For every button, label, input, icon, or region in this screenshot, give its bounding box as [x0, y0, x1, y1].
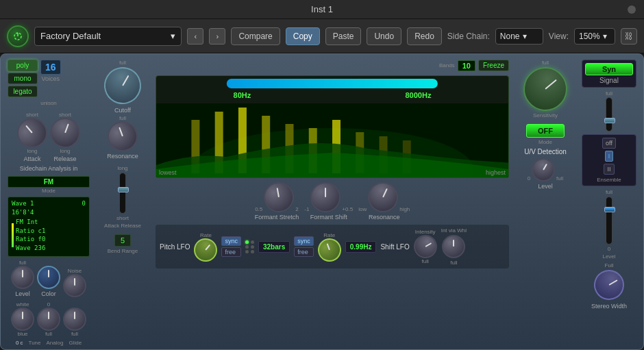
glide-knob[interactable] — [63, 308, 86, 331]
pattern-dot-6[interactable] — [251, 250, 254, 253]
level2-knob[interactable] — [528, 154, 559, 186]
shift-sync-button[interactable]: sync — [294, 236, 314, 246]
cutoff-knob[interactable] — [97, 60, 148, 111]
analog-knob[interactable] — [37, 308, 60, 331]
release-knob[interactable] — [46, 114, 84, 152]
voices-number: 16 — [40, 60, 61, 75]
right-controls: Side Chain: None ▾ View: 150% ▾ ⛓ — [447, 28, 637, 45]
far-right-panel: Syn Signal full off I II Ensemble — [582, 60, 636, 346]
pitch-lfo-bars-value: 32bars — [258, 241, 290, 253]
copy-button[interactable]: Copy — [286, 27, 320, 45]
ensemble-off-button[interactable]: off — [602, 138, 616, 149]
attack-knob[interactable] — [11, 112, 53, 154]
resonance2-knob[interactable] — [363, 177, 403, 217]
release-knob-group: short long Release — [50, 112, 80, 162]
intensity-knob[interactable] — [409, 231, 441, 262]
stereo-width-area: Full Stereo Width — [591, 262, 627, 310]
mode-display: FM — [8, 176, 90, 188]
noise-knob[interactable] — [63, 274, 86, 297]
bend-range-display: 5 — [114, 234, 131, 247]
window-title: Inst 1 — [311, 4, 333, 14]
preset-dropdown[interactable]: Factory Default ▾ — [34, 27, 182, 46]
sensitivity-slider[interactable] — [606, 97, 612, 132]
int-via-whl-knob[interactable] — [442, 235, 465, 258]
compare-button[interactable]: Compare — [231, 27, 280, 45]
resonance-knob[interactable] — [103, 117, 142, 155]
intensity-group: Intensity full — [414, 229, 437, 264]
glide-label: Glide — [69, 340, 82, 346]
redo-button[interactable]: Redo — [407, 27, 442, 45]
power-button[interactable] — [7, 25, 29, 47]
voices-display: 16 Voices — [40, 60, 61, 82]
pattern-selector — [245, 240, 254, 253]
stereo-width-knob[interactable] — [589, 264, 630, 305]
osc-level-bar — [12, 223, 14, 247]
bands-display: 10 — [458, 60, 475, 71]
unison-label: unison — [8, 100, 90, 106]
shift-lfo-hz-value: 0.99Hz — [345, 241, 377, 253]
prev-preset-button[interactable]: ‹ — [187, 28, 203, 45]
pitch-free-button[interactable]: free — [221, 247, 241, 257]
voices-label: Voices — [42, 75, 60, 82]
spectrum-lowest-label: lowest — [159, 169, 177, 176]
pattern-dot-4[interactable] — [251, 245, 254, 249]
pitch-lfo-rate-knob[interactable] — [190, 234, 223, 266]
legato-button[interactable]: legato — [8, 86, 38, 97]
mono-button[interactable]: mono — [8, 73, 38, 84]
center-left-panel: full Cutoff full Resonance — [95, 60, 150, 346]
attack-release-slider[interactable] — [119, 173, 126, 214]
view-label: View: — [549, 32, 569, 41]
pitch-lfo-rate-group: Rate — [194, 232, 217, 262]
pattern-dot-2[interactable] — [251, 240, 254, 244]
pattern-dot-5[interactable] — [245, 250, 249, 253]
syn-button[interactable]: Syn — [585, 63, 633, 75]
formant-stretch-knob[interactable] — [262, 180, 297, 215]
tune-val: 0 c — [16, 340, 23, 346]
shift-lfo-label: Shift LFO — [380, 243, 409, 251]
spectrum-highest-label: highest — [486, 169, 506, 176]
side-chain-dropdown[interactable]: None ▾ — [495, 28, 543, 45]
left-panel: poly mono legato 16 Voices unison short — [8, 60, 90, 346]
freeze-button[interactable]: Freeze — [478, 60, 509, 71]
level-slider[interactable] — [606, 197, 612, 245]
close-button[interactable] — [628, 5, 636, 14]
view-dropdown[interactable]: 150% ▾ — [574, 28, 615, 45]
level-slider-area: full 0 Level — [602, 189, 615, 260]
toolbar: Factory Default ▾ ‹ › Compare Copy Paste… — [0, 19, 644, 53]
analog-label: Analog — [47, 340, 64, 346]
tune-knob[interactable] — [11, 308, 34, 331]
shift-free-button[interactable]: free — [294, 247, 314, 257]
pitch-sync-button[interactable]: sync — [221, 236, 241, 246]
color-knob[interactable] — [37, 266, 60, 289]
formant-shift-knob[interactable] — [310, 182, 340, 212]
level-knob[interactable] — [11, 266, 34, 289]
paste-button[interactable]: Paste — [325, 27, 362, 45]
center-panel: Bands 10 Freeze 80Hz 8000Hz — [156, 60, 509, 346]
off-mode-button[interactable]: OFF — [526, 124, 565, 138]
shift-lfo-rate-knob[interactable] — [314, 235, 345, 265]
next-preset-button[interactable]: › — [209, 28, 225, 45]
plugin-body: poly mono legato 16 Voices unison short — [1, 54, 643, 350]
tune-label: Tune — [29, 340, 41, 346]
spectrum-svg — [156, 103, 508, 177]
spectrum-bar — [227, 79, 438, 88]
shift-lfo-rate-group: Rate — [318, 232, 341, 262]
sensitivity-area: full Sensitivity — [523, 60, 567, 118]
plugin-wrapper: poly mono legato 16 Voices unison short — [0, 53, 644, 350]
side-chain-label: Side Chain: — [447, 32, 490, 41]
ensemble-I-button[interactable]: I — [605, 151, 614, 162]
right-panel: full Sensitivity OFF Mode U/V Detection … — [515, 60, 576, 346]
osc-display: Wave 1 0 16'8'4 FM Int Ratio c 1 — [8, 197, 90, 257]
pattern-dot-3[interactable] — [245, 245, 249, 249]
syn-section: Syn Signal — [582, 60, 636, 88]
spectrum-freq-labels: 80Hz 8000Hz — [156, 91, 508, 99]
undo-button[interactable]: Undo — [367, 27, 401, 45]
pattern-dot-1[interactable] — [245, 240, 249, 244]
sc-analysis-label: Sidechain Analysis in — [8, 165, 90, 172]
attack-knob-group: short long Attack — [17, 112, 47, 162]
link-button[interactable]: ⛓ — [621, 28, 637, 45]
spectrum-display: 80Hz 8000Hz — [156, 75, 509, 178]
ensemble-II-button[interactable]: II — [604, 164, 614, 175]
sensitivity-knob[interactable] — [515, 58, 576, 120]
poly-button[interactable]: poly — [8, 60, 38, 71]
